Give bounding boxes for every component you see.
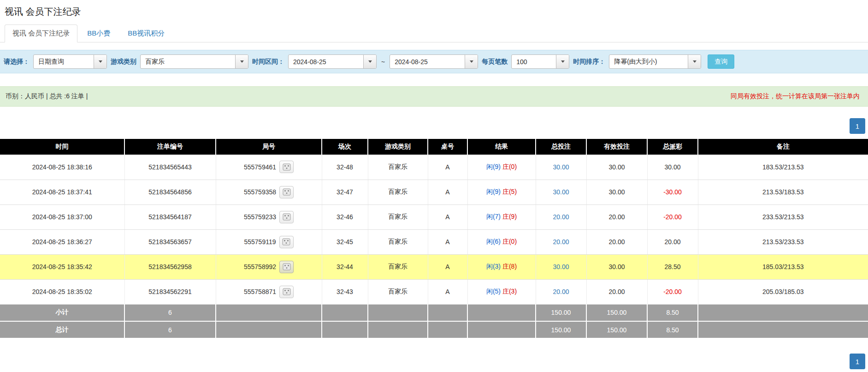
video-replay-button[interactable] [279, 161, 294, 173]
subtotal-label: 小计 [0, 304, 124, 321]
bet-id-cell: 521834564187 [124, 204, 216, 229]
chevron-down-icon[interactable] [688, 55, 701, 68]
tab-bb-tip[interactable]: BB小费 [79, 24, 118, 42]
total-bet-cell: 20.00 [536, 204, 586, 229]
table-header-row: 时间 注单编号 局号 场次 游戏类别 桌号 结果 总投注 有效投注 总派彩 备注 [0, 139, 868, 155]
page-1-button[interactable]: 1 [850, 118, 865, 134]
result-banker-value: 庄(5) [502, 188, 517, 195]
note-cell: 213.53/183.53 [698, 180, 868, 204]
notice-text: 同局有效投注，统一计算在该局第一张注单内 [731, 92, 860, 101]
query-type-value: 日期查询 [34, 55, 94, 68]
bet-id-cell: 521834564856 [124, 180, 216, 204]
date-to-select[interactable]: 2024-08-25 [390, 54, 478, 69]
result-cell: 闲(9) 庄(0) [467, 155, 536, 180]
col-header-session: 场次 [322, 139, 368, 155]
table-row: 2024-08-25 18:36:27 521834563657 5557591… [0, 229, 868, 254]
result-player-value: 闲(6) [486, 238, 501, 245]
round-cell: 555759358 [216, 180, 322, 204]
grand-total-spacer [428, 321, 467, 338]
total-bet-link[interactable]: 30.00 [553, 263, 569, 270]
total-bet-cell: 30.00 [536, 155, 586, 180]
result-banker-value: 庄(9) [502, 213, 517, 220]
result-cell: 闲(6) 庄(0) [467, 229, 536, 254]
tab-bb-video-points[interactable]: BB视讯积分 [120, 24, 172, 42]
total-bet-link[interactable]: 20.00 [553, 238, 569, 246]
round-cell: 555759119 [216, 229, 322, 254]
search-button[interactable]: 查询 [708, 54, 734, 69]
session-cell: 32-44 [322, 254, 368, 279]
video-replay-button[interactable] [279, 236, 294, 248]
caret-glyph [561, 60, 565, 63]
video-replay-button[interactable] [279, 286, 294, 298]
bet-id-cell: 521834563657 [124, 229, 216, 254]
grand-total-label: 总计 [0, 321, 124, 338]
grand-total-spacer [698, 321, 868, 338]
grand-total-valid-bet: 150.00 [586, 321, 647, 338]
filter-bar: 请选择： 日期查询 游戏类别 百家乐 时间区间： 2024-08-25 ~ 20… [0, 50, 868, 73]
table-row: 2024-08-25 18:37:41 521834564856 5557593… [0, 180, 868, 204]
game-type-select[interactable]: 百家乐 [140, 54, 248, 69]
table-no-cell: A [428, 229, 467, 254]
time-cell: 2024-08-25 18:35:02 [0, 279, 124, 304]
chevron-down-icon[interactable] [94, 55, 106, 68]
payout-value: -20.00 [663, 288, 682, 295]
subtotal-payout: 8.50 [647, 304, 698, 321]
valid-bet-cell: 20.00 [586, 279, 647, 304]
tab-betting-records[interactable]: 视讯 会员下注纪录 [5, 24, 77, 42]
caret-glyph [99, 60, 102, 63]
chevron-down-icon[interactable] [235, 55, 248, 68]
col-header-result: 结果 [467, 139, 536, 155]
query-type-select[interactable]: 日期查询 [33, 54, 107, 69]
bet-id-cell: 521834562958 [124, 254, 216, 279]
video-replay-button[interactable] [279, 211, 294, 223]
video-replay-button[interactable] [279, 186, 294, 198]
payout-value: 20.00 [664, 238, 680, 246]
dice-replay-icon [282, 238, 290, 246]
col-header-note: 备注 [698, 139, 868, 155]
dice-replay-icon [283, 263, 291, 270]
payout-value: 28.50 [664, 263, 680, 270]
subtotal-row: 小计 6 150.00 150.00 8.50 [0, 304, 868, 321]
round-id-value: 555758871 [244, 288, 276, 295]
note-cell: 185.03/213.53 [698, 254, 868, 279]
total-bet-link[interactable]: 30.00 [553, 188, 569, 196]
payout-value: 30.00 [664, 163, 680, 171]
game-type-cell: 百家乐 [368, 155, 428, 180]
currency-summary-text: 币别：人民币 | 总共 :6 注单 | [6, 92, 88, 101]
caret-glyph [368, 60, 372, 63]
chevron-down-icon[interactable] [363, 55, 376, 68]
chevron-down-icon[interactable] [465, 55, 478, 68]
round-id-value: 555758992 [244, 263, 276, 270]
page-size-select[interactable]: 100 [511, 54, 569, 69]
col-header-table-no: 桌号 [428, 139, 467, 155]
session-cell: 32-45 [322, 229, 368, 254]
sort-order-select[interactable]: 降幂(由大到小) [609, 54, 701, 69]
round-cell: 555758871 [216, 279, 322, 304]
round-id-value: 555759461 [244, 163, 276, 171]
session-cell: 32-47 [322, 180, 368, 204]
caret-glyph [693, 60, 697, 63]
total-bet-link[interactable]: 30.00 [553, 163, 569, 171]
page-1-button[interactable]: 1 [850, 354, 865, 369]
game-type-value: 百家乐 [141, 55, 235, 68]
round-id-value: 555759119 [244, 238, 276, 246]
table-no-cell: A [428, 180, 467, 204]
chevron-down-icon[interactable] [556, 55, 569, 68]
col-header-time: 时间 [0, 139, 124, 155]
subtotal-spacer [216, 304, 322, 321]
subtotal-spacer [368, 304, 428, 321]
total-bet-link[interactable]: 20.00 [553, 213, 569, 221]
total-bet-cell: 20.00 [536, 229, 586, 254]
note-cell: 213.53/233.53 [698, 229, 868, 254]
date-from-select[interactable]: 2024-08-25 [288, 54, 377, 69]
summary-bar: 币别：人民币 | 总共 :6 注单 | 同局有效投注，统一计算在该局第一张注单内 [0, 86, 868, 107]
grand-total-spacer [467, 321, 536, 338]
game-type-cell: 百家乐 [368, 229, 428, 254]
payout-cell: -20.00 [647, 204, 698, 229]
time-cell: 2024-08-25 18:37:41 [0, 180, 124, 204]
video-replay-button[interactable] [279, 261, 294, 273]
total-bet-cell: 20.00 [536, 279, 586, 304]
total-bet-link[interactable]: 20.00 [553, 288, 569, 295]
game-type-cell: 百家乐 [368, 279, 428, 304]
result-cell: 闲(9) 庄(5) [467, 180, 536, 204]
